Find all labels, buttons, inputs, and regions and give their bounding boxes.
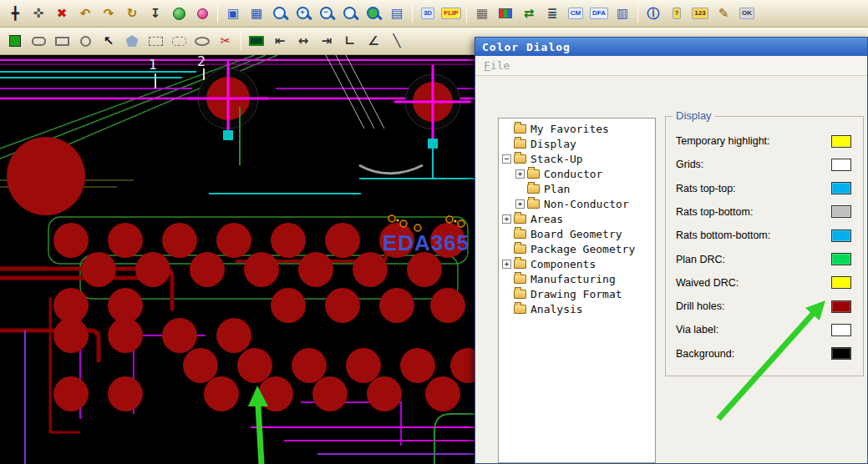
angle-dimension-icon[interactable]: ∠ [363,31,384,51]
tree-item-plan[interactable]: Plan [499,181,655,196]
open-window-icon[interactable]: ▣ [222,3,244,23]
tree-item-stack-up[interactable]: −Stack-Up [499,151,655,166]
tree-item-conductor[interactable]: +Conductor [499,166,655,181]
color-setting-row: Rats top-bottom: [676,204,851,219]
cut-tool-icon-glyph: ✂ [221,35,231,48]
highlight-pick-icon[interactable] [191,3,213,23]
expand-icon[interactable]: + [502,260,511,269]
color-swatch-temporary-highlight[interactable] [831,135,851,148]
dialog-titlebar[interactable]: Color Dialog [475,38,867,56]
world-view-icon[interactable] [168,3,190,23]
zoom-area-icon[interactable] [269,3,291,23]
oval-tool-icon[interactable] [191,31,213,51]
tree-item-label: Areas [530,213,563,225]
markup-pen-icon[interactable]: ✎ [713,3,734,23]
zoom-out-icon[interactable] [316,3,338,23]
pcb-editor-window: 1 2 EDA365 ╋✜✖↶↷↻↧▣▦▤3DFLIP▦⇄≣CMDFA▥ⓘ?12… [0,0,868,464]
color-swatch-rats-top-top[interactable] [831,182,851,194]
dialog-menubar: File [475,56,867,76]
view-3d-icon[interactable]: 3D [417,3,439,23]
info-icon[interactable]: ⓘ [642,3,664,23]
numbers-display-icon[interactable]: 123 [689,3,711,23]
rounded-select-tool-icon[interactable] [168,31,190,51]
rect-tool-icon[interactable] [51,31,73,51]
delete-icon[interactable]: ✖ [51,3,73,23]
import-icon-glyph: ↧ [150,8,161,20]
grid-toggle-icon[interactable]: ▦ [471,3,493,23]
color-setting-row: Via label: [676,322,851,337]
tree-item-components[interactable]: +Components [499,256,655,271]
menu-file[interactable]: File [484,59,510,72]
expand-icon[interactable]: + [502,214,511,224]
color-swatch-drill-holes[interactable] [831,300,851,313]
tile-windows-icon[interactable]: ▦ [246,3,267,23]
move-element-icon[interactable]: ✜ [28,3,49,23]
folder-icon [514,214,526,224]
dimension-left-icon[interactable]: ⇤ [269,31,291,51]
expand-icon[interactable]: + [515,199,525,209]
circle-tool-icon[interactable] [74,31,96,51]
tree-item-display[interactable]: Display [499,136,655,151]
expand-icon[interactable]: + [515,169,525,179]
color-setting-row: Plan DRC: [676,252,851,267]
replay-icon[interactable]: ↻ [121,3,143,23]
ok-gear-icon[interactable]: OK [736,3,758,23]
cut-tool-icon[interactable]: ✂ [215,31,236,51]
select-cursor-icon[interactable]: ↖ [98,31,119,51]
folder-icon [514,290,526,299]
zoom-world-icon[interactable] [363,3,384,23]
color-swatch-plan-drc[interactable] [831,253,851,265]
redo-icon[interactable]: ↷ [98,3,119,23]
tree-item-analysis[interactable]: Analysis [499,301,655,316]
swap-layers-icon[interactable]: ⇄ [518,3,540,23]
zoom-area-icon-glyph [272,6,288,22]
markup-pen-icon-glyph: ✎ [718,8,729,20]
dimension-left-icon-glyph: ⇤ [275,35,286,48]
board-outline-icon[interactable] [246,31,267,51]
color-swatch-waived-drc[interactable] [831,276,851,289]
diagonal-line-icon[interactable]: ╲ [386,31,408,51]
zoom-fit-icon[interactable] [339,3,361,23]
help-icon[interactable]: ? [666,3,688,23]
filled-rect-tool-icon[interactable] [4,31,26,51]
dimension-horizontal-icon[interactable]: ↔ [292,31,314,51]
database-check-icon[interactable]: ▥ [612,3,633,23]
undo-icon-glyph: ↶ [80,8,91,20]
import-icon[interactable]: ↧ [145,3,166,23]
tree-item-areas[interactable]: +Areas [499,211,655,226]
folder-icon [514,229,526,239]
tree-item-my-favorites[interactable]: My Favorites [499,121,655,136]
color-swatch-via-label[interactable] [831,324,851,336]
rect-select-tool-icon[interactable] [145,31,166,51]
tree-item-drawing-format[interactable]: Drawing Format [499,286,655,301]
collapse-icon[interactable]: − [502,154,511,164]
tree-item-manufacturing[interactable]: Manufacturing [499,271,655,286]
color-swatch-grids[interactable] [831,159,851,171]
flip-board-icon[interactable]: FLIP [440,3,462,23]
constraint-manager-icon[interactable]: CM [565,3,586,23]
angle-dimension-icon-glyph: ∠ [368,35,378,48]
right-angle-icon[interactable]: ∟ [339,31,361,51]
undo-icon[interactable]: ↶ [74,3,96,23]
folder-icon [514,305,526,314]
dfa-check-icon[interactable]: DFA [588,3,610,23]
snapshot-icon[interactable]: ▤ [386,3,408,23]
layer-stack-icon-glyph: ≣ [547,8,558,20]
tree-item-board-geometry[interactable]: Board Geometry [499,226,655,241]
color-swatch-rats-bottom-bottom[interactable] [831,229,851,242]
layer-stack-icon[interactable]: ≣ [541,3,563,23]
color-setting-row: Rats bottom-bottom: [676,228,851,243]
polygon-tool-icon[interactable] [121,31,143,51]
color-swatch-rats-top-bottom[interactable] [831,205,851,218]
dimension-right-icon[interactable]: ⇥ [316,31,338,51]
tree-item-package-geometry[interactable]: Package Geometry [499,241,655,256]
numbers-display-icon-glyph: 123 [692,8,708,19]
zoom-in-icon[interactable] [292,3,314,23]
folder-icon [527,184,540,194]
color-palette-icon[interactable] [495,3,516,23]
color-swatch-background[interactable] [831,347,851,360]
zoom-world-icon-glyph [366,6,382,22]
rounded-rect-tool-icon[interactable] [28,31,49,51]
tree-item-non-conductor[interactable]: +Non-Conductor [499,196,655,211]
pan-icon[interactable]: ╋ [4,3,26,23]
